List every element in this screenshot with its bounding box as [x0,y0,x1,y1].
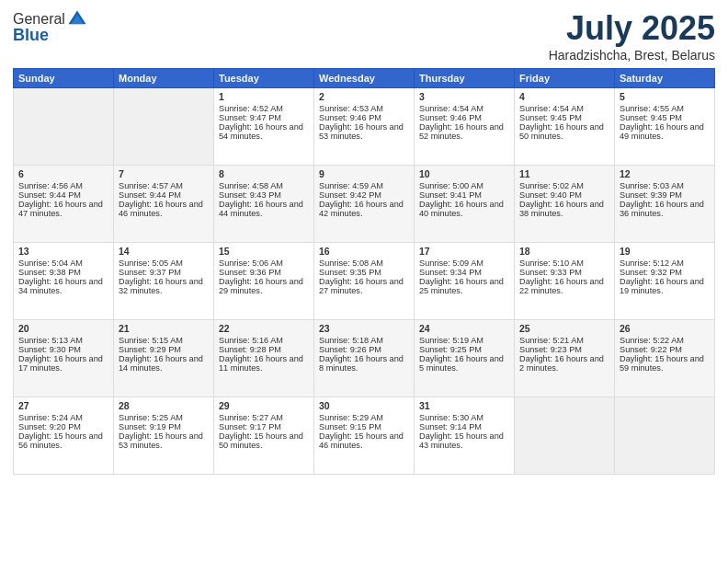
sunrise-text: Sunrise: 4:54 AM [519,104,609,113]
calendar-week-3: 13Sunrise: 5:04 AMSunset: 9:38 PMDayligh… [14,243,715,320]
calendar-cell: 25Sunrise: 5:21 AMSunset: 9:23 PMDayligh… [515,320,615,397]
day-number: 11 [519,168,609,179]
calendar-cell: 14Sunrise: 5:05 AMSunset: 9:37 PMDayligh… [114,243,214,320]
sunrise-text: Sunrise: 4:54 AM [419,104,509,113]
daylight-text: Daylight: 16 hours and 54 minutes. [219,122,309,141]
daylight-text: Daylight: 15 hours and 59 minutes. [620,354,710,373]
sunset-text: Sunset: 9:23 PM [519,345,609,354]
day-number: 6 [18,168,108,179]
sunset-text: Sunset: 9:25 PM [419,345,509,354]
calendar-cell [114,88,214,166]
day-number: 27 [18,400,108,411]
calendar-cell: 17Sunrise: 5:09 AMSunset: 9:34 PMDayligh… [415,243,515,320]
calendar-header-wednesday: Wednesday [314,69,415,88]
sunrise-text: Sunrise: 4:59 AM [319,181,409,190]
daylight-text: Daylight: 16 hours and 17 minutes. [18,354,108,373]
sunrise-text: Sunrise: 4:55 AM [620,104,710,113]
logo-icon [67,9,87,29]
sunset-text: Sunset: 9:17 PM [219,422,309,431]
day-number: 14 [119,246,209,257]
logo: General Blue [13,9,87,45]
daylight-text: Daylight: 16 hours and 40 minutes. [419,200,509,218]
sunset-text: Sunset: 9:14 PM [419,422,509,431]
daylight-text: Daylight: 15 hours and 46 minutes. [319,431,409,450]
sunset-text: Sunset: 9:15 PM [319,422,409,431]
calendar-cell: 1Sunrise: 4:52 AMSunset: 9:47 PMDaylight… [214,88,314,166]
day-number: 8 [219,168,309,179]
calendar-cell: 12Sunrise: 5:03 AMSunset: 9:39 PMDayligh… [615,166,715,243]
daylight-text: Daylight: 16 hours and 29 minutes. [219,277,309,295]
location: Haradzishcha, Brest, Belarus [549,48,715,63]
sunrise-text: Sunrise: 4:58 AM [219,181,309,190]
sunrise-text: Sunrise: 5:27 AM [219,413,309,422]
sunrise-text: Sunrise: 4:57 AM [119,181,209,190]
day-number: 23 [319,323,409,334]
daylight-text: Daylight: 16 hours and 2 minutes. [519,354,609,373]
day-number: 2 [319,91,409,102]
calendar-week-1: 1Sunrise: 4:52 AMSunset: 9:47 PMDaylight… [14,88,715,166]
sunrise-text: Sunrise: 5:24 AM [18,413,108,422]
sunrise-text: Sunrise: 5:25 AM [119,413,209,422]
sunset-text: Sunset: 9:41 PM [419,190,509,200]
sunset-text: Sunset: 9:35 PM [319,268,409,277]
sunset-text: Sunset: 9:46 PM [319,113,409,122]
sunset-text: Sunset: 9:36 PM [219,268,309,277]
sunset-text: Sunset: 9:45 PM [519,113,609,122]
sunset-text: Sunset: 9:22 PM [620,345,710,354]
calendar-cell: 29Sunrise: 5:27 AMSunset: 9:17 PMDayligh… [214,397,314,475]
sunset-text: Sunset: 9:37 PM [119,268,209,277]
sunset-text: Sunset: 9:47 PM [219,113,309,122]
calendar-cell: 3Sunrise: 4:54 AMSunset: 9:46 PMDaylight… [415,88,515,166]
sunset-text: Sunset: 9:30 PM [18,345,108,354]
daylight-text: Daylight: 16 hours and 52 minutes. [419,122,509,141]
daylight-text: Daylight: 16 hours and 36 minutes. [620,200,710,218]
sunrise-text: Sunrise: 4:56 AM [18,181,108,190]
daylight-text: Daylight: 16 hours and 27 minutes. [319,277,409,295]
day-number: 1 [219,91,309,102]
calendar-header-monday: Monday [114,69,214,88]
day-number: 21 [119,323,209,334]
calendar-cell: 31Sunrise: 5:30 AMSunset: 9:14 PMDayligh… [415,397,515,475]
day-number: 12 [620,168,710,179]
calendar-header-tuesday: Tuesday [214,69,314,88]
calendar-week-2: 6Sunrise: 4:56 AMSunset: 9:44 PMDaylight… [14,166,715,243]
calendar-header-row: SundayMondayTuesdayWednesdayThursdayFrid… [14,69,715,88]
day-number: 7 [119,168,209,179]
day-number: 15 [219,246,309,257]
sunset-text: Sunset: 9:42 PM [319,190,409,200]
calendar-header-saturday: Saturday [615,69,715,88]
sunset-text: Sunset: 9:29 PM [119,345,209,354]
sunrise-text: Sunrise: 5:22 AM [620,336,710,345]
sunset-text: Sunset: 9:38 PM [18,268,108,277]
daylight-text: Daylight: 15 hours and 43 minutes. [419,431,509,450]
calendar-header-friday: Friday [515,69,615,88]
sunrise-text: Sunrise: 5:02 AM [519,181,609,190]
calendar-cell: 16Sunrise: 5:08 AMSunset: 9:35 PMDayligh… [314,243,415,320]
daylight-text: Daylight: 16 hours and 53 minutes. [319,122,409,141]
sunset-text: Sunset: 9:32 PM [620,268,710,277]
sunset-text: Sunset: 9:45 PM [620,113,710,122]
calendar-cell: 22Sunrise: 5:16 AMSunset: 9:28 PMDayligh… [214,320,314,397]
calendar-cell: 15Sunrise: 5:06 AMSunset: 9:36 PMDayligh… [214,243,314,320]
day-number: 31 [419,400,509,411]
calendar-cell: 13Sunrise: 5:04 AMSunset: 9:38 PMDayligh… [14,243,114,320]
month-title: July 2025 [549,9,715,48]
calendar-cell: 2Sunrise: 4:53 AMSunset: 9:46 PMDaylight… [314,88,415,166]
calendar-cell [515,397,615,475]
sunrise-text: Sunrise: 5:05 AM [119,259,209,268]
day-number: 24 [419,323,509,334]
daylight-text: Daylight: 16 hours and 50 minutes. [519,122,609,141]
day-number: 29 [219,400,309,411]
daylight-text: Daylight: 15 hours and 56 minutes. [18,431,108,450]
calendar-cell: 30Sunrise: 5:29 AMSunset: 9:15 PMDayligh… [314,397,415,475]
calendar-week-4: 20Sunrise: 5:13 AMSunset: 9:30 PMDayligh… [14,320,715,397]
calendar-cell: 24Sunrise: 5:19 AMSunset: 9:25 PMDayligh… [415,320,515,397]
header: General Blue July 2025 Haradzishcha, Bre… [13,9,715,63]
page-container: General Blue July 2025 Haradzishcha, Bre… [0,0,728,563]
calendar-cell: 19Sunrise: 5:12 AMSunset: 9:32 PMDayligh… [615,243,715,320]
sunset-text: Sunset: 9:20 PM [18,422,108,431]
calendar-cell: 27Sunrise: 5:24 AMSunset: 9:20 PMDayligh… [14,397,114,475]
sunrise-text: Sunrise: 5:29 AM [319,413,409,422]
calendar-cell [14,88,114,166]
daylight-text: Daylight: 16 hours and 25 minutes. [419,277,509,295]
